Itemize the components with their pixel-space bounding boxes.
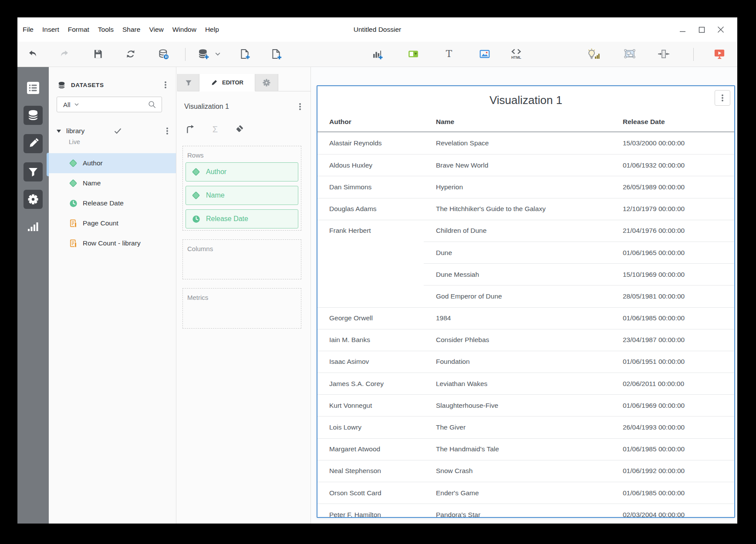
dataset-tree-row[interactable]: library [57, 125, 172, 137]
datasets-panel-button[interactable] [24, 106, 43, 125]
menu-item[interactable]: File [18, 26, 38, 34]
fit-width-icon [657, 48, 670, 60]
table-row[interactable]: Dan Simmons Hyperion 26/05/1989 00:00:00 [317, 176, 734, 198]
bar-chart-icon [26, 219, 40, 234]
visualization-panel[interactable]: Visualization 1 Author Name Release Date… [317, 85, 735, 518]
save-button[interactable] [91, 47, 105, 61]
table-row[interactable]: Neal Stephenson Snow Crash 01/06/1992 00… [317, 460, 734, 482]
dataset-status-button[interactable] [156, 47, 171, 61]
cell-author: Frank Herbert [317, 220, 424, 242]
contents-panel-button[interactable] [24, 78, 43, 97]
edit-panel-button[interactable] [24, 134, 43, 153]
settings-panel-button[interactable] [24, 190, 43, 209]
table-row[interactable]: George Orwell 1984 01/06/1985 00:00:00 [317, 307, 734, 329]
search-filter-dropdown[interactable]: All [63, 101, 79, 108]
cell-author: Douglas Adams [317, 198, 424, 220]
maximize-button[interactable] [698, 26, 705, 33]
add-data-dropdown[interactable] [213, 47, 222, 61]
totals-button[interactable]: Σ [209, 124, 222, 135]
editor-tabs: EDITOR [177, 74, 310, 91]
selector-button[interactable] [406, 47, 421, 61]
swap-axes-button[interactable] [184, 124, 197, 135]
table-row[interactable]: Margaret Atwood The Handmaid's Tale 01/0… [317, 438, 734, 460]
metrics-drop-zone[interactable]: Metrics [182, 288, 301, 329]
table-row[interactable]: Iain M. Banks Consider Phlebas 23/04/198… [317, 329, 734, 351]
table-row[interactable]: Peter F. Hamilton Pandora's Star 02/03/2… [317, 504, 734, 518]
collapse-triangle-icon[interactable] [57, 130, 61, 133]
menu-item[interactable]: Insert [38, 26, 64, 34]
table-row[interactable]: Frank Herbert Children of Dune 21/04/197… [317, 220, 734, 242]
cell-author: Alastair Reynolds [317, 132, 424, 154]
cell-release-date: 01/06/1965 00:00:00 [611, 242, 734, 263]
cell-author: Iain M. Banks [317, 329, 424, 351]
column-header-author[interactable]: Author [317, 112, 424, 131]
column-header-name[interactable]: Name [424, 112, 611, 131]
present-icon [713, 48, 726, 60]
fit-to-window-button[interactable] [656, 47, 671, 61]
add-visualization-button[interactable] [370, 47, 385, 61]
html-container-button[interactable]: HTML [509, 47, 524, 61]
dataset-field[interactable]: Page Count [49, 213, 176, 233]
clear-all-button[interactable] [233, 124, 246, 135]
table-row[interactable]: Dune 01/06/1965 00:00:00 [317, 242, 734, 263]
table-row[interactable]: Lois Lowry The Giver 26/04/1993 00:00:00 [317, 416, 734, 438]
database-icon [24, 106, 43, 125]
table-row[interactable]: God Emperor of Dune 28/05/1981 00:00:00 [317, 285, 734, 307]
new-page-button[interactable] [237, 47, 252, 61]
field-chip[interactable]: Release Date [186, 209, 298, 228]
menu-item[interactable]: Tools [94, 26, 118, 34]
free-form-layout-button[interactable] [622, 47, 637, 61]
datasets-menu-button[interactable] [160, 80, 171, 90]
filter-panel-button[interactable] [24, 162, 43, 181]
dataset-field[interactable]: Row Count - library [49, 233, 176, 253]
kebab-icon [166, 130, 168, 132]
cell-author: Orson Scott Card [317, 482, 424, 504]
kebab-icon [722, 97, 723, 99]
present-button[interactable] [712, 47, 727, 61]
table-row[interactable]: James S.A. Corey Leviathan Wakes 02/06/2… [317, 373, 734, 394]
refresh-button[interactable] [123, 47, 138, 61]
columns-drop-zone[interactable]: Columns [182, 239, 301, 279]
redo-button[interactable] [57, 47, 72, 61]
image-button[interactable] [477, 47, 492, 61]
minimize-button[interactable] [679, 26, 686, 33]
menu-item[interactable]: Window [168, 26, 201, 34]
table-row[interactable]: Douglas Adams The Hitchhiker's Guide to … [317, 198, 734, 220]
rows-drop-zone[interactable]: Rows Author [182, 146, 301, 231]
visualization-gallery-button[interactable] [24, 217, 43, 236]
tab-filter[interactable] [177, 74, 199, 91]
table-row[interactable]: Alastair Reynolds Revelation Space 15/03… [317, 132, 734, 154]
table-row[interactable]: Aldous Huxley Brave New World 01/06/1932… [317, 154, 734, 176]
dataset-field-label: Page Count [83, 219, 118, 227]
undo-button[interactable] [25, 47, 40, 61]
visualization-options-button[interactable] [715, 90, 730, 106]
dataset-search-box[interactable]: All [57, 97, 162, 112]
dataset-field[interactable]: Author [49, 153, 176, 173]
cell-name: Leviathan Wakes [424, 373, 611, 394]
text-button[interactable]: T [442, 47, 456, 61]
column-header-release-date[interactable]: Release Date [611, 112, 734, 131]
visualization-menu-button[interactable] [295, 101, 305, 112]
table-row[interactable]: Dune Messiah 15/10/1969 00:00:00 [317, 263, 734, 285]
menu-item[interactable]: Format [64, 26, 94, 34]
field-chip[interactable]: Author [186, 162, 298, 181]
svg-text:T: T [446, 48, 452, 59]
menu-item[interactable]: Share [118, 26, 145, 34]
menu-item[interactable]: Help [201, 26, 223, 34]
table-row[interactable]: Orson Scott Card Ender's Game 01/06/1985… [317, 482, 734, 504]
tab-settings[interactable] [255, 74, 278, 91]
search-icon[interactable] [148, 100, 156, 109]
add-page-button[interactable] [269, 47, 284, 61]
table-row[interactable]: Kurt Vonnegut Slaughterhouse-Five 01/06/… [317, 394, 734, 416]
dataset-field[interactable]: Name [49, 173, 176, 193]
tab-editor[interactable]: EDITOR [199, 74, 255, 91]
dataset-menu-button[interactable] [162, 126, 172, 136]
dataset-field[interactable]: Release Date [49, 193, 176, 213]
insights-button[interactable] [586, 47, 601, 61]
table-row[interactable]: Isaac Asimov Foundation 01/06/1951 00:00… [317, 351, 734, 373]
field-chip[interactable]: Name [186, 186, 298, 205]
cell-name: The Hitchhiker's Guide to the Galaxy [424, 198, 611, 220]
menu-item[interactable]: View [145, 26, 168, 34]
add-data-button[interactable] [196, 47, 211, 61]
close-button[interactable] [717, 26, 724, 33]
